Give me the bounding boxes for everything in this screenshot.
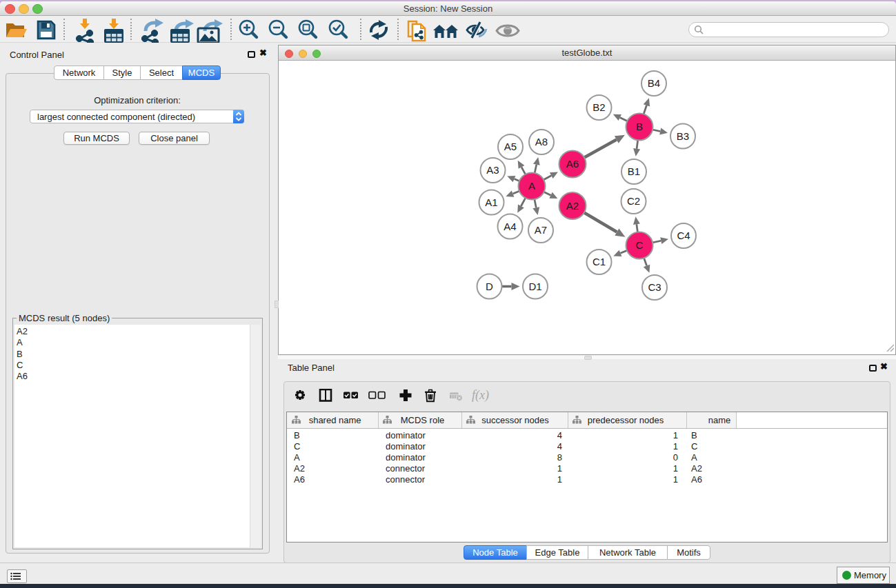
svg-text:C: C: [636, 239, 644, 251]
svg-text:C4: C4: [677, 230, 690, 241]
svg-text:B4: B4: [648, 77, 660, 89]
svg-text:C3: C3: [648, 281, 661, 293]
svg-text:A1: A1: [485, 196, 497, 208]
svg-text:A8: A8: [535, 136, 548, 148]
svg-text:B: B: [636, 121, 643, 132]
svg-text:A4: A4: [504, 221, 516, 232]
svg-text:B2: B2: [593, 101, 605, 113]
svg-text:D: D: [486, 281, 493, 292]
svg-text:B1: B1: [628, 165, 640, 177]
svg-text:A5: A5: [504, 141, 517, 152]
svg-text:A3: A3: [486, 164, 499, 176]
svg-text:D1: D1: [528, 281, 541, 292]
svg-text:C1: C1: [593, 256, 606, 267]
svg-text:A6: A6: [566, 158, 579, 170]
svg-text:B3: B3: [677, 130, 689, 142]
svg-text:A7: A7: [535, 224, 547, 236]
svg-text:A: A: [528, 180, 535, 192]
svg-text:A2: A2: [566, 200, 579, 212]
svg-text:C2: C2: [627, 195, 640, 207]
